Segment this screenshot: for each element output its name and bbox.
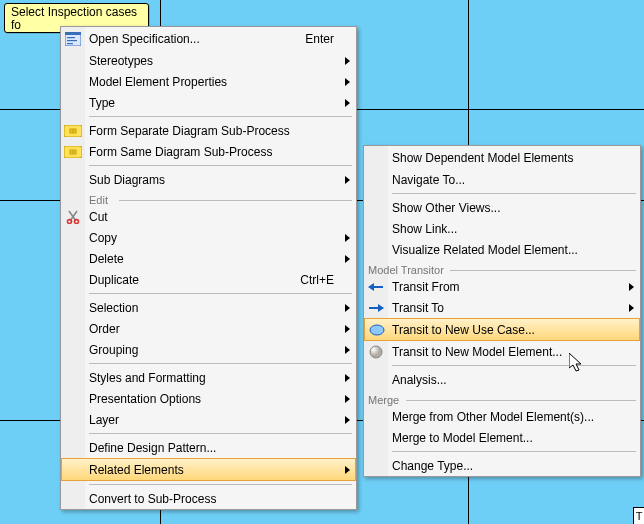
svg-point-15 [68, 219, 72, 223]
menu-label: Form Same Diagram Sub-Process [89, 145, 334, 159]
menu-item-transit-new-model-element[interactable]: Transit to New Model Element... [364, 341, 640, 362]
separator [89, 293, 352, 294]
menu-item-copy[interactable]: Copy [61, 227, 356, 248]
menu-label: Type [89, 96, 334, 110]
menu-label: Related Elements [89, 463, 334, 477]
menu-label: Sub Diagrams [89, 173, 334, 187]
menu-label: Duplicate [89, 273, 282, 287]
group-label: Edit [89, 194, 110, 206]
svg-rect-2 [67, 37, 75, 38]
menu-label: Convert to Sub-Process [89, 492, 334, 506]
menu-label: Transit to New Use Case... [392, 323, 618, 337]
menu-item-open-specification[interactable]: Open Specification... Enter [61, 27, 356, 50]
menu-label: Styles and Formatting [89, 371, 334, 385]
menu-label: Presentation Options [89, 392, 334, 406]
group-edit: Edit [89, 195, 352, 204]
menu-item-stereotypes[interactable]: Stereotypes [61, 50, 356, 71]
menu-item-convert-to-subprocess[interactable]: Convert to Sub-Process [61, 488, 356, 509]
menu-item-presentation-options[interactable]: Presentation Options [61, 388, 356, 409]
menu-item-form-separate-subprocess[interactable]: Form Separate Diagram Sub-Process [61, 120, 356, 141]
svg-point-21 [370, 325, 384, 335]
separator [392, 193, 636, 194]
menu-label: Navigate To... [392, 173, 618, 187]
cut-icon [64, 209, 82, 225]
svg-point-16 [75, 219, 79, 223]
menu-label: Cut [89, 210, 334, 224]
menu-item-type[interactable]: Type [61, 92, 356, 113]
group-model-transitor: Model Transitor [368, 265, 636, 274]
transit-to-icon [367, 300, 385, 316]
menu-label: Form Separate Diagram Sub-Process [89, 124, 334, 138]
menu-item-transit-to[interactable]: Transit To [364, 297, 640, 318]
menu-item-order[interactable]: Order [61, 318, 356, 339]
group-label: Merge [368, 394, 401, 406]
menu-item-styles-formatting[interactable]: Styles and Formatting [61, 367, 356, 388]
svg-point-22 [370, 346, 382, 358]
menu-shortcut: Enter [305, 32, 334, 46]
menu-label: Transit To [392, 301, 618, 315]
context-menu-main: Open Specification... Enter Stereotypes … [60, 26, 357, 510]
separator [89, 433, 352, 434]
sphere-icon [367, 344, 385, 360]
menu-item-analysis[interactable]: Analysis... [364, 369, 640, 390]
menu-label: Copy [89, 231, 334, 245]
menu-label: Show Dependent Model Elements [392, 151, 618, 165]
menu-item-delete[interactable]: Delete [61, 248, 356, 269]
separator [89, 116, 352, 117]
menu-label: Delete [89, 252, 334, 266]
menu-item-visualize-related[interactable]: Visualize Related Model Element... [364, 239, 640, 260]
menu-item-transit-new-use-case[interactable]: Transit to New Use Case... [364, 318, 640, 341]
separator [89, 484, 352, 485]
menu-label: Model Element Properties [89, 75, 334, 89]
menu-item-define-design-pattern[interactable]: Define Design Pattern... [61, 437, 356, 458]
separator [392, 451, 636, 452]
menu-label: Grouping [89, 343, 334, 357]
menu-label: Transit to New Model Element... [392, 345, 618, 359]
menu-item-navigate-to[interactable]: Navigate To... [364, 169, 640, 190]
svg-rect-3 [67, 40, 77, 41]
menu-item-show-dependent-elements[interactable]: Show Dependent Model Elements [364, 146, 640, 169]
svg-marker-18 [368, 283, 374, 291]
menu-label: Define Design Pattern... [89, 441, 334, 455]
canvas-corner-marker: T [633, 507, 644, 524]
menu-label: Layer [89, 413, 334, 427]
menu-item-merge-from[interactable]: Merge from Other Model Element(s)... [364, 406, 640, 427]
subprocess-separate-icon [64, 123, 82, 139]
menu-item-cut[interactable]: Cut [61, 206, 356, 227]
svg-rect-4 [67, 43, 73, 44]
subprocess-same-icon [64, 144, 82, 160]
menu-label: Stereotypes [89, 54, 334, 68]
menu-label: Transit From [392, 280, 618, 294]
menu-item-show-other-views[interactable]: Show Other Views... [364, 197, 640, 218]
separator [89, 165, 352, 166]
menu-item-duplicate[interactable]: Duplicate Ctrl+E [61, 269, 356, 290]
menu-label: Visualize Related Model Element... [392, 243, 618, 257]
menu-item-related-elements[interactable]: Related Elements [61, 458, 356, 481]
svg-rect-1 [65, 32, 81, 35]
menu-shortcut: Ctrl+E [300, 273, 334, 287]
menu-item-form-same-subprocess[interactable]: Form Same Diagram Sub-Process [61, 141, 356, 162]
svg-marker-20 [378, 304, 384, 312]
use-case-icon [368, 322, 386, 338]
properties-icon [64, 31, 82, 47]
menu-item-change-type[interactable]: Change Type... [364, 455, 640, 476]
menu-label: Change Type... [392, 459, 618, 473]
menu-label: Open Specification... [89, 32, 287, 46]
menu-label: Analysis... [392, 373, 618, 387]
menu-label: Merge to Model Element... [392, 431, 618, 445]
menu-item-sub-diagrams[interactable]: Sub Diagrams [61, 169, 356, 190]
menu-label: Show Link... [392, 222, 618, 236]
menu-item-grouping[interactable]: Grouping [61, 339, 356, 360]
menu-label: Merge from Other Model Element(s)... [392, 410, 618, 424]
menu-item-selection[interactable]: Selection [61, 297, 356, 318]
menu-item-show-link[interactable]: Show Link... [364, 218, 640, 239]
menu-label: Order [89, 322, 334, 336]
menu-item-layer[interactable]: Layer [61, 409, 356, 430]
menu-item-merge-to[interactable]: Merge to Model Element... [364, 427, 640, 448]
separator [392, 365, 636, 366]
menu-item-transit-from[interactable]: Transit From [364, 276, 640, 297]
menu-item-model-element-properties[interactable]: Model Element Properties [61, 71, 356, 92]
menu-label: Selection [89, 301, 334, 315]
transit-from-icon [367, 279, 385, 295]
separator [89, 363, 352, 364]
